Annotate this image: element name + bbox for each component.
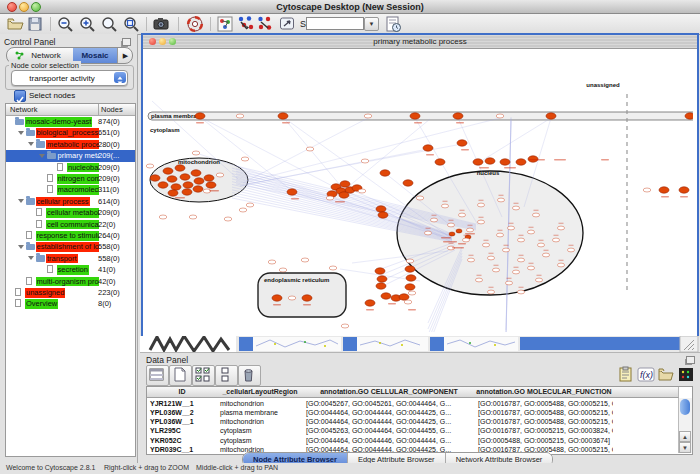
graph-node[interactable]: [272, 295, 282, 301]
batch-edit-icon[interactable]: [617, 366, 635, 383]
graph-node[interactable]: [167, 176, 177, 182]
graph-node[interactable]: [206, 182, 216, 188]
data-panel-float-icon[interactable]: [686, 356, 695, 364]
graph-node[interactable]: [527, 266, 534, 270]
tree-row[interactable]: nitrogen compo209(0): [6, 173, 135, 184]
expand-arrow-icon[interactable]: [39, 154, 45, 158]
graph-node[interactable]: [195, 113, 205, 119]
graph-node[interactable]: [532, 213, 539, 217]
graph-node[interactable]: [512, 270, 519, 274]
graph-node[interactable]: [405, 266, 415, 272]
table-cell[interactable]: YPL036W__1: [147, 417, 217, 426]
graph-node[interactable]: [482, 243, 489, 247]
expand-arrow-icon[interactable]: [28, 142, 34, 146]
attribute-table-button[interactable]: [146, 365, 169, 386]
table-cell[interactable]: [GO:0044464, GO:0044446, GO:0044444, G..…: [303, 436, 475, 445]
graph-node[interactable]: [441, 204, 448, 208]
graph-node[interactable]: [377, 276, 387, 282]
table-cell[interactable]: [GO:0016787, GO:0005488, GO:0005215, G..…: [475, 408, 613, 417]
graph-node[interactable]: [517, 258, 524, 262]
graph-node[interactable]: [424, 231, 431, 235]
graph-node[interactable]: [365, 300, 375, 306]
graph-node[interactable]: [423, 145, 433, 151]
table-column-header[interactable]: [613, 387, 679, 398]
graph-node[interactable]: [546, 113, 556, 119]
graph-node[interactable]: [399, 294, 409, 300]
float-panel-icon[interactable]: [122, 38, 131, 46]
graph-node[interactable]: [279, 268, 287, 272]
network-window-titlebar[interactable]: primary metabolic process: [143, 35, 697, 49]
graph-node[interactable]: [364, 114, 372, 118]
help-icon[interactable]: [186, 15, 204, 33]
graph-node[interactable]: [477, 220, 484, 224]
graph-node[interactable]: [458, 213, 465, 217]
tree-row[interactable]: cell communicat22(0): [6, 219, 135, 230]
graph-node[interactable]: [496, 114, 504, 118]
graph-node[interactable]: [236, 114, 244, 118]
graph-node[interactable]: [492, 268, 499, 272]
table-cell[interactable]: YPL036W__2: [147, 408, 217, 417]
vizmapper-icon[interactable]: [278, 15, 296, 33]
graph-node[interactable]: [537, 243, 544, 247]
table-cell[interactable]: cytoplasm: [217, 436, 303, 445]
annotation-icon[interactable]: [384, 15, 402, 33]
tree-row[interactable]: metabolic process280(0): [6, 139, 135, 150]
graph-node[interactable]: [180, 174, 190, 180]
graph-node[interactable]: [146, 164, 154, 168]
graph-node[interactable]: [496, 233, 503, 237]
node-color-combo[interactable]: transporter activity: [11, 70, 128, 86]
graph-node[interactable]: [182, 189, 192, 195]
snapshot-icon[interactable]: [152, 15, 170, 33]
graph-node[interactable]: [288, 296, 296, 300]
graph-node[interactable]: [361, 159, 369, 163]
graph-node[interactable]: [542, 253, 549, 257]
graph-node[interactable]: [477, 203, 484, 207]
graph-node[interactable]: [358, 189, 366, 193]
search-dropdown-button[interactable]: ▼: [364, 17, 379, 31]
tabs-overflow-button[interactable]: ▶: [117, 48, 133, 63]
graph-node[interactable]: [643, 188, 651, 192]
graph-node[interactable]: [487, 290, 494, 294]
graph-node[interactable]: [685, 113, 693, 119]
new-attribute-button[interactable]: [169, 365, 192, 386]
table-cell[interactable]: [GO:0045267, GO:0045261, GO:0044464, G..…: [303, 399, 475, 408]
layout-icon-1[interactable]: [237, 15, 255, 33]
graph-node[interactable]: [171, 184, 181, 190]
table-cell[interactable]: [GO:0045263, GO:0044464, GO:0044455, G..…: [303, 426, 475, 435]
table-cell[interactable]: [GO:0016787, GO:0005215, GO:0003824, G..…: [475, 426, 613, 435]
graph-node[interactable]: [241, 157, 249, 161]
delete-attribute-button[interactable]: [238, 365, 261, 386]
table-cell[interactable]: YLR295C: [147, 426, 217, 435]
table-column-header[interactable]: annotation.GO MOLECULAR_FUNCTION: [475, 387, 614, 398]
graph-node[interactable]: [467, 258, 474, 262]
graph-node[interactable]: [408, 291, 416, 295]
graph-node[interactable]: [380, 170, 390, 176]
table-cell[interactable]: cytoplasm: [217, 426, 303, 435]
graph-node[interactable]: [457, 140, 467, 146]
zoom-out-icon[interactable]: [56, 15, 74, 33]
graph-node[interactable]: [340, 181, 350, 187]
attribute-matrix-icon[interactable]: [677, 366, 695, 383]
tree-row[interactable]: macromolecule311(0): [6, 184, 135, 195]
graph-node[interactable]: [502, 248, 509, 252]
table-cell[interactable]: [GO:0005488, GO:0005215, GO:0003674]: [475, 436, 613, 445]
table-cell[interactable]: YJR121W__1: [147, 399, 217, 408]
graph-node[interactable]: [306, 147, 314, 151]
tree-row[interactable]: cellular metabol209(0): [6, 207, 135, 218]
zoom-fit-icon[interactable]: [122, 15, 140, 33]
tree-row[interactable]: nucleobase-209(0): [6, 162, 135, 173]
graph-node[interactable]: [507, 226, 514, 230]
tree-row[interactable]: multi-organism pro42(0): [6, 276, 135, 287]
graph-node[interactable]: [302, 295, 312, 301]
tree-row[interactable]: response to stimulu264(0): [6, 230, 135, 241]
graph-node[interactable]: [191, 170, 201, 176]
expand-arrow-icon[interactable]: [28, 256, 34, 260]
table-cell[interactable]: [GO:0016787, GO:0005488, GO:0005215, G..…: [475, 399, 613, 408]
graph-node[interactable]: [301, 258, 309, 262]
tree-col-nodes[interactable]: Nodes: [101, 105, 123, 114]
graph-node[interactable]: [376, 283, 386, 289]
tree-row[interactable]: establishment of lo558(0): [6, 241, 135, 252]
table-cell[interactable]: mitochondrion: [217, 417, 303, 426]
graph-node[interactable]: [194, 178, 204, 184]
zoom-in-icon[interactable]: [78, 15, 96, 33]
